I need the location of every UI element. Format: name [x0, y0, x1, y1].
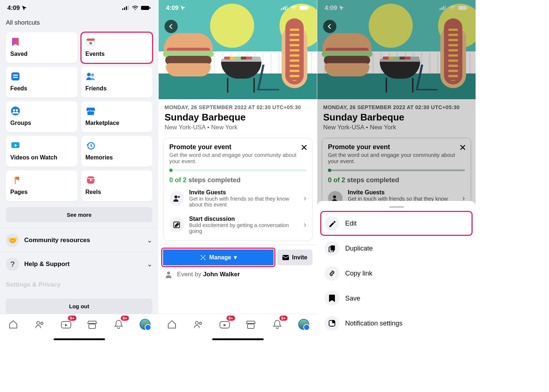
see-more-button[interactable]: See more: [6, 207, 152, 222]
tab-marketplace[interactable]: [243, 318, 258, 331]
shortcut-videos[interactable]: Videos on Watch: [6, 136, 77, 167]
tab-menu[interactable]: [138, 318, 152, 331]
row-community-resources[interactable]: 🤝 Community resources ⌄: [0, 228, 158, 252]
screen-shortcuts: 4:09 All shortcuts Saved Events Feeds Fr…: [0, 0, 159, 343]
sheet-duplicate[interactable]: Duplicate: [317, 236, 476, 261]
svg-rect-32: [308, 7, 309, 9]
shortcut-memories[interactable]: Memories: [81, 136, 153, 167]
caret-down-icon: ▾: [234, 254, 237, 261]
shortcut-pages[interactable]: Pages: [6, 170, 77, 201]
feeds-icon: [10, 71, 21, 82]
sheet-label: Notification settings: [345, 320, 402, 327]
svg-point-12: [87, 73, 91, 76]
chevron-down-icon: ⌄: [147, 260, 152, 268]
badge: 9+: [227, 316, 235, 321]
sheet-handle[interactable]: [389, 206, 404, 208]
tab-watch[interactable]: 9+: [217, 318, 232, 331]
marketplace-icon: [86, 106, 96, 116]
svg-point-30: [293, 9, 294, 10]
host-prefix: Event by: [177, 271, 203, 278]
svg-rect-25: [89, 324, 95, 328]
shortcut-feeds[interactable]: Feeds: [6, 67, 77, 98]
shortcut-events[interactable]: Events: [81, 32, 153, 63]
tab-home[interactable]: [165, 318, 179, 331]
svg-point-23: [41, 322, 43, 324]
sheet-copy-link[interactable]: Copy link: [317, 261, 476, 286]
shortcut-label: Marketplace: [86, 120, 148, 126]
shortcut-reels[interactable]: Reels: [81, 170, 153, 201]
shortcut-friends[interactable]: Friends: [81, 67, 153, 98]
row-help-support[interactable]: ? Help & Support ⌄: [0, 252, 158, 276]
badge: 9+: [121, 316, 129, 321]
memories-icon: [86, 140, 96, 151]
screen-event-actionsheet: 4:09 MONDAY, 26 SEPTEMBER 2022 AT 02:30 …: [317, 0, 476, 343]
svg-rect-9: [11, 72, 19, 80]
chevron-right-icon: ›: [304, 220, 306, 230]
wifi-icon: [132, 6, 138, 11]
status-time: 4:09: [7, 4, 20, 12]
back-button[interactable]: [165, 20, 178, 33]
avatar-icon: [298, 319, 309, 330]
step-start-discussion[interactable]: Start discussionBuild excitement by gett…: [169, 211, 306, 237]
tab-watch[interactable]: 9+: [59, 318, 73, 331]
tab-menu[interactable]: [296, 318, 311, 331]
close-icon[interactable]: ✕: [300, 143, 308, 153]
svg-rect-28: [285, 6, 286, 10]
step-title: Invite Guests: [189, 189, 299, 196]
svg-rect-2: [126, 6, 127, 10]
svg-rect-26: [281, 8, 282, 10]
person-icon: [165, 270, 173, 278]
shortcuts-grid: Saved Events Feeds Friends Groups Market…: [0, 32, 158, 201]
shortcut-label: Feeds: [10, 85, 73, 92]
tab-friends[interactable]: [191, 318, 206, 331]
svg-rect-6: [149, 7, 151, 9]
promote-title: Promote your event: [169, 143, 306, 151]
svg-point-53: [332, 321, 335, 323]
help-icon: ?: [6, 258, 19, 271]
invite-label: Invite: [292, 254, 307, 261]
notification-settings-icon: [325, 316, 339, 331]
battery-icon: [141, 6, 151, 11]
location-icon: [180, 5, 186, 11]
svg-point-22: [37, 321, 40, 324]
cellular-icon: [281, 6, 288, 11]
tab-home[interactable]: [6, 318, 21, 331]
svg-rect-0: [122, 8, 123, 10]
tab-notifications[interactable]: 9+: [111, 318, 126, 331]
shortcut-label: Friends: [86, 85, 148, 92]
logout-button[interactable]: Log out: [6, 299, 152, 314]
status-bar: 4:09: [159, 0, 317, 16]
friends-icon: [86, 71, 96, 82]
event-title: Sunday Barbeque: [165, 112, 311, 123]
shortcut-saved[interactable]: Saved: [6, 32, 77, 63]
invite-button[interactable]: Invite: [277, 249, 313, 265]
back-button[interactable]: [323, 20, 336, 33]
svg-rect-50: [331, 245, 335, 251]
tab-marketplace[interactable]: [85, 318, 100, 331]
sheet-label: Save: [345, 295, 360, 302]
sheet-save[interactable]: Save: [317, 286, 476, 311]
sheet-notification-settings[interactable]: Notification settings: [317, 311, 476, 336]
chevron-right-icon: ›: [304, 194, 306, 203]
action-sheet: Edit Duplicate Copy link Save Notificati…: [317, 201, 476, 343]
step-invite-guests[interactable]: Invite GuestsGet in touch with friends s…: [169, 184, 306, 211]
tab-friends[interactable]: [32, 318, 47, 331]
event-date: MONDAY, 26 SEPTEMBER 2022 AT 02:30 UTC+0…: [165, 104, 311, 110]
promote-desc: Get the word out and engage your communi…: [169, 152, 306, 164]
event-location: New York-USA • New York: [165, 124, 311, 131]
shortcut-marketplace[interactable]: Marketplace: [81, 101, 153, 132]
steps-text: 0 of 2 steps completed: [169, 176, 306, 184]
cellular-icon: [122, 6, 130, 11]
svg-point-35: [202, 257, 204, 258]
svg-point-15: [13, 109, 15, 111]
shortcut-groups[interactable]: Groups: [6, 101, 77, 132]
screen-event-detail: 4:09 MONDAY, 26 SEPTEMBER 2022 AT 02:30 …: [159, 0, 317, 343]
tab-notifications[interactable]: 9+: [270, 318, 285, 331]
manage-button[interactable]: Manage ▾: [163, 249, 274, 265]
svg-rect-31: [300, 6, 308, 10]
svg-point-39: [199, 322, 202, 324]
step-desc: Get in touch with friends so that they k…: [189, 196, 299, 208]
svg-rect-41: [248, 324, 254, 328]
sheet-edit[interactable]: Edit: [320, 211, 473, 236]
status-bar: 4:09: [0, 0, 158, 16]
